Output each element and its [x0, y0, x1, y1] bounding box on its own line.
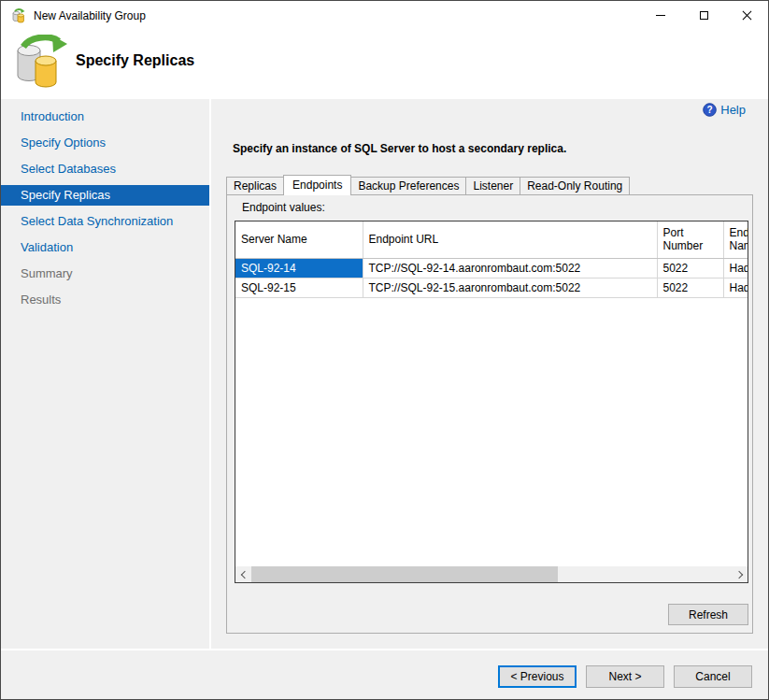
sidebar-item-summary: Summary	[1, 264, 209, 284]
endpoints-tab-panel: Endpoint values: Server Name Endpoint UR…	[226, 194, 753, 634]
sidebar-item-results: Results	[1, 290, 209, 310]
minimize-icon	[656, 15, 665, 16]
cell-server-name[interactable]: SQL-92-15	[235, 278, 363, 297]
tab-backup-preferences[interactable]: Backup Preferences	[350, 177, 466, 194]
replica-tabs: Replicas Endpoints Backup Preferences Li…	[226, 175, 629, 194]
scrollbar-thumb[interactable]	[251, 566, 558, 582]
page-title: Specify Replicas	[76, 52, 194, 69]
endpoints-grid: Server Name Endpoint URL Port Number End…	[235, 221, 748, 583]
column-header-endpoint-url: Endpoint URL	[363, 221, 657, 258]
sidebar-item-validation[interactable]: Validation	[1, 237, 209, 258]
title-bar: New Availability Group	[1, 1, 768, 30]
sidebar-item-specify-options[interactable]: Specify Options	[1, 133, 209, 153]
step-content: ? Help Specify an instance of SQL Server…	[213, 99, 768, 649]
horizontal-scrollbar[interactable]	[235, 566, 748, 582]
cell-endpoint-url[interactable]: TCP://SQL-92-14.aaronrombaut.com:5022	[363, 258, 657, 278]
new-availability-group-window: New Availability Group Specify Replicas …	[0, 0, 769, 700]
cancel-button[interactable]: Cancel	[674, 665, 752, 688]
wizard-steps-sidebar: Introduction Specify Options Select Data…	[1, 99, 211, 649]
availability-group-small-icon	[11, 8, 26, 23]
scroll-right-button[interactable]	[732, 566, 748, 582]
help-icon: ?	[703, 103, 717, 117]
wizard-body: Introduction Specify Options Select Data…	[1, 99, 768, 649]
refresh-button[interactable]: Refresh	[668, 604, 748, 625]
wizard-footer: < Previous Next > Cancel	[1, 649, 768, 699]
maximize-button[interactable]	[682, 1, 725, 30]
grid-row-sql-92-14: SQL-92-14 TCP://SQL-92-14.aaronrombaut.c…	[235, 258, 748, 278]
endpoint-values-label: Endpoint values:	[242, 201, 325, 214]
sidebar-item-specify-replicas[interactable]: Specify Replicas	[1, 185, 209, 206]
cell-endpoint-url[interactable]: TCP://SQL-92-15.aaronrombaut.com:5022	[363, 278, 657, 297]
svg-text:?: ?	[707, 105, 713, 115]
cell-port-number[interactable]: 5022	[657, 258, 723, 278]
column-header-port-number: Port Number	[657, 221, 723, 258]
tab-replicas[interactable]: Replicas	[226, 177, 284, 194]
chevron-left-icon	[240, 570, 248, 578]
help-label: Help	[720, 103, 746, 117]
sidebar-item-select-data-synchronization[interactable]: Select Data Synchronization	[1, 211, 209, 232]
column-header-endpoint-name: Endpoint Name	[723, 221, 748, 258]
tab-read-only-routing[interactable]: Read-Only Routing	[520, 177, 630, 194]
maximize-icon	[700, 11, 708, 20]
cell-server-name[interactable]: SQL-92-14	[235, 258, 363, 278]
cell-port-number[interactable]: 5022	[657, 278, 723, 297]
close-button[interactable]	[725, 1, 768, 30]
sidebar-item-select-databases[interactable]: Select Databases	[1, 159, 209, 179]
scroll-left-button[interactable]	[235, 566, 251, 582]
help-link[interactable]: ? Help	[703, 103, 746, 117]
cell-endpoint-name[interactable]: Hadr_endpoint	[723, 258, 748, 278]
window-title: New Availability Group	[34, 9, 146, 22]
close-icon	[742, 10, 752, 21]
instruction-text: Specify an instance of SQL Server to hos…	[233, 142, 566, 155]
sidebar-item-introduction[interactable]: Introduction	[1, 107, 209, 127]
tab-endpoints[interactable]: Endpoints	[283, 175, 351, 195]
grid-row-sql-92-15: SQL-92-15 TCP://SQL-92-15.aaronrombaut.c…	[235, 278, 748, 297]
wizard-header: Specify Replicas	[1, 30, 768, 99]
previous-button[interactable]: < Previous	[498, 665, 577, 688]
availability-group-icon	[10, 35, 70, 93]
next-button[interactable]: Next >	[586, 665, 664, 688]
chevron-right-icon	[734, 570, 742, 578]
minimize-button[interactable]	[639, 1, 682, 30]
cell-endpoint-name[interactable]: Hadr_endpoint	[723, 278, 748, 297]
grid-header-row: Server Name Endpoint URL Port Number End…	[235, 221, 748, 258]
tab-listener[interactable]: Listener	[465, 177, 520, 194]
column-header-server-name: Server Name	[235, 221, 363, 258]
